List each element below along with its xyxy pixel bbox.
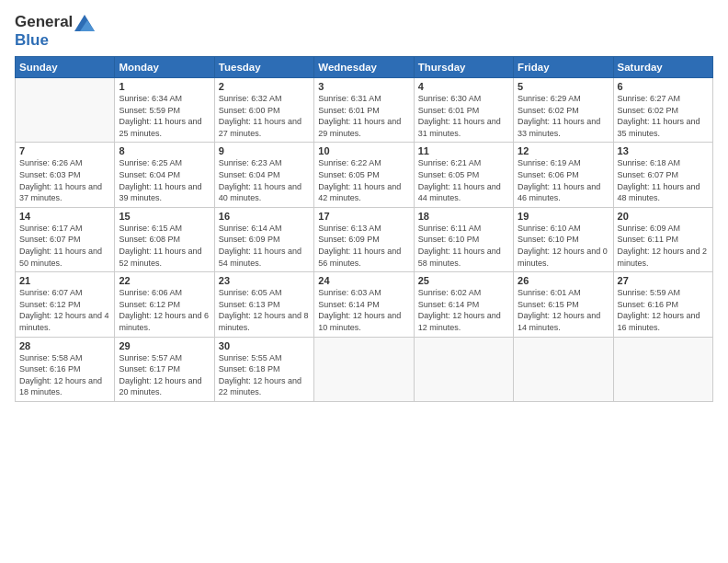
day-info: Sunrise: 5:59 AMSunset: 6:16 PMDaylight:… (618, 287, 709, 333)
logo-blue: Blue (15, 31, 95, 50)
day-info: Sunrise: 6:21 AMSunset: 6:05 PMDaylight:… (418, 157, 509, 203)
calendar-week-1: 1Sunrise: 6:34 AMSunset: 5:59 PMDaylight… (16, 78, 713, 143)
calendar-cell: 6Sunrise: 6:27 AMSunset: 6:02 PMDaylight… (613, 78, 712, 143)
calendar-cell: 16Sunrise: 6:14 AMSunset: 6:09 PMDayligh… (214, 207, 313, 271)
calendar-cell: 30Sunrise: 5:55 AMSunset: 6:18 PMDayligh… (214, 337, 313, 401)
day-number: 3 (318, 81, 409, 92)
day-info: Sunrise: 6:05 AMSunset: 6:13 PMDaylight:… (219, 287, 310, 333)
day-number: 25 (418, 275, 509, 286)
day-number: 30 (219, 340, 310, 351)
day-info: Sunrise: 6:09 AMSunset: 6:11 PMDaylight:… (618, 223, 709, 269)
day-number: 16 (219, 211, 310, 222)
day-info: Sunrise: 6:14 AMSunset: 6:09 PMDaylight:… (219, 223, 310, 269)
calendar-cell: 15Sunrise: 6:15 AMSunset: 6:08 PMDayligh… (115, 207, 214, 271)
day-number: 27 (618, 275, 709, 286)
calendar-cell: 25Sunrise: 6:02 AMSunset: 6:14 PMDayligh… (414, 272, 513, 337)
day-number: 22 (119, 275, 210, 286)
weekday-header-tuesday: Tuesday (214, 57, 313, 78)
calendar-week-3: 14Sunrise: 6:17 AMSunset: 6:07 PMDayligh… (16, 207, 713, 271)
day-info: Sunrise: 6:07 AMSunset: 6:12 PMDaylight:… (19, 287, 110, 333)
day-number: 15 (119, 211, 210, 222)
page: General Blue SundayMondayTuesdayWednesda… (0, 0, 728, 563)
calendar-cell (16, 78, 115, 143)
weekday-header-friday: Friday (514, 57, 613, 78)
day-info: Sunrise: 6:01 AMSunset: 6:15 PMDaylight:… (518, 287, 609, 333)
calendar-cell: 7Sunrise: 6:26 AMSunset: 6:03 PMDaylight… (16, 143, 115, 207)
calendar-cell: 28Sunrise: 5:58 AMSunset: 6:16 PMDayligh… (16, 337, 115, 401)
day-number: 13 (618, 145, 709, 156)
weekday-header-sunday: Sunday (16, 57, 115, 78)
calendar-cell (514, 337, 613, 401)
calendar-cell: 12Sunrise: 6:19 AMSunset: 6:06 PMDayligh… (514, 143, 613, 207)
day-info: Sunrise: 6:19 AMSunset: 6:06 PMDaylight:… (518, 157, 609, 203)
day-info: Sunrise: 5:58 AMSunset: 6:16 PMDaylight:… (19, 352, 110, 398)
calendar-cell: 21Sunrise: 6:07 AMSunset: 6:12 PMDayligh… (16, 272, 115, 337)
calendar-cell: 20Sunrise: 6:09 AMSunset: 6:11 PMDayligh… (613, 207, 712, 271)
day-info: Sunrise: 6:18 AMSunset: 6:07 PMDaylight:… (618, 157, 709, 203)
header: General Blue (15, 9, 713, 49)
day-info: Sunrise: 6:22 AMSunset: 6:05 PMDaylight:… (318, 157, 409, 203)
day-info: Sunrise: 6:29 AMSunset: 6:02 PMDaylight:… (518, 93, 609, 139)
day-number: 5 (518, 81, 609, 92)
weekday-header-monday: Monday (115, 57, 214, 78)
calendar-cell: 14Sunrise: 6:17 AMSunset: 6:07 PMDayligh… (16, 207, 115, 271)
logo: General Blue (15, 13, 95, 49)
day-info: Sunrise: 6:03 AMSunset: 6:14 PMDaylight:… (318, 287, 409, 333)
day-number: 6 (618, 81, 709, 92)
calendar-table: SundayMondayTuesdayWednesdayThursdayFrid… (15, 56, 713, 402)
calendar-cell: 1Sunrise: 6:34 AMSunset: 5:59 PMDaylight… (115, 78, 214, 143)
day-number: 9 (219, 145, 310, 156)
calendar-cell (613, 337, 712, 401)
calendar-cell (314, 337, 414, 401)
day-number: 18 (418, 211, 509, 222)
calendar-cell: 4Sunrise: 6:30 AMSunset: 6:01 PMDaylight… (414, 78, 513, 143)
calendar-cell: 5Sunrise: 6:29 AMSunset: 6:02 PMDaylight… (514, 78, 613, 143)
calendar-cell: 17Sunrise: 6:13 AMSunset: 6:09 PMDayligh… (314, 207, 414, 271)
calendar-week-5: 28Sunrise: 5:58 AMSunset: 6:16 PMDayligh… (16, 337, 713, 401)
day-info: Sunrise: 6:17 AMSunset: 6:07 PMDaylight:… (19, 223, 110, 269)
calendar-cell: 19Sunrise: 6:10 AMSunset: 6:10 PMDayligh… (514, 207, 613, 271)
day-info: Sunrise: 6:10 AMSunset: 6:10 PMDaylight:… (518, 223, 609, 269)
day-number: 20 (618, 211, 709, 222)
calendar-cell: 18Sunrise: 6:11 AMSunset: 6:10 PMDayligh… (414, 207, 513, 271)
day-number: 24 (318, 275, 409, 286)
day-info: Sunrise: 6:02 AMSunset: 6:14 PMDaylight:… (418, 287, 509, 333)
calendar-week-4: 21Sunrise: 6:07 AMSunset: 6:12 PMDayligh… (16, 272, 713, 337)
day-number: 29 (119, 340, 210, 351)
day-number: 17 (318, 211, 409, 222)
day-info: Sunrise: 6:32 AMSunset: 6:00 PMDaylight:… (219, 93, 310, 139)
day-info: Sunrise: 6:25 AMSunset: 6:04 PMDaylight:… (119, 157, 210, 203)
day-info: Sunrise: 6:30 AMSunset: 6:01 PMDaylight:… (418, 93, 509, 139)
day-info: Sunrise: 6:34 AMSunset: 5:59 PMDaylight:… (119, 93, 210, 139)
calendar-cell: 2Sunrise: 6:32 AMSunset: 6:00 PMDaylight… (214, 78, 313, 143)
calendar-cell: 22Sunrise: 6:06 AMSunset: 6:12 PMDayligh… (115, 272, 214, 337)
day-info: Sunrise: 6:31 AMSunset: 6:01 PMDaylight:… (318, 93, 409, 139)
logo-general: General (15, 13, 95, 31)
day-number: 26 (518, 275, 609, 286)
day-number: 11 (418, 145, 509, 156)
day-number: 8 (119, 145, 210, 156)
day-info: Sunrise: 6:06 AMSunset: 6:12 PMDaylight:… (119, 287, 210, 333)
day-info: Sunrise: 6:11 AMSunset: 6:10 PMDaylight:… (418, 223, 509, 269)
calendar-cell: 11Sunrise: 6:21 AMSunset: 6:05 PMDayligh… (414, 143, 513, 207)
day-info: Sunrise: 6:27 AMSunset: 6:02 PMDaylight:… (618, 93, 709, 139)
calendar-cell (414, 337, 513, 401)
day-info: Sunrise: 6:23 AMSunset: 6:04 PMDaylight:… (219, 157, 310, 203)
calendar-cell: 24Sunrise: 6:03 AMSunset: 6:14 PMDayligh… (314, 272, 414, 337)
calendar-week-2: 7Sunrise: 6:26 AMSunset: 6:03 PMDaylight… (16, 143, 713, 207)
day-number: 23 (219, 275, 310, 286)
day-number: 28 (19, 340, 110, 351)
calendar-header-row: SundayMondayTuesdayWednesdayThursdayFrid… (16, 57, 713, 78)
day-info: Sunrise: 6:13 AMSunset: 6:09 PMDaylight:… (318, 223, 409, 269)
day-number: 7 (19, 145, 110, 156)
day-info: Sunrise: 5:55 AMSunset: 6:18 PMDaylight:… (219, 352, 310, 398)
calendar-cell: 23Sunrise: 6:05 AMSunset: 6:13 PMDayligh… (214, 272, 313, 337)
day-number: 14 (19, 211, 110, 222)
day-info: Sunrise: 6:15 AMSunset: 6:08 PMDaylight:… (119, 223, 210, 269)
day-info: Sunrise: 5:57 AMSunset: 6:17 PMDaylight:… (119, 352, 210, 398)
day-number: 21 (19, 275, 110, 286)
calendar-cell: 27Sunrise: 5:59 AMSunset: 6:16 PMDayligh… (613, 272, 712, 337)
day-number: 12 (518, 145, 609, 156)
calendar-cell: 8Sunrise: 6:25 AMSunset: 6:04 PMDaylight… (115, 143, 214, 207)
calendar-cell: 10Sunrise: 6:22 AMSunset: 6:05 PMDayligh… (314, 143, 414, 207)
